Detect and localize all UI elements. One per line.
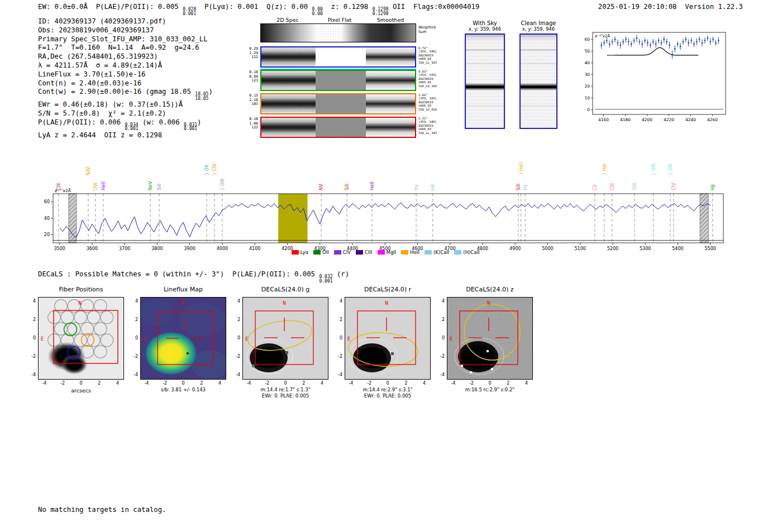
dark-speck bbox=[187, 352, 189, 354]
report-datetime: 2025-01-19 20:10:08 bbox=[598, 3, 677, 11]
decals-z-box: NE bbox=[447, 297, 533, 380]
svg-text:HeII: HeII bbox=[370, 181, 375, 190]
galaxy-core bbox=[357, 347, 387, 368]
x-tick-label: -4 bbox=[447, 381, 459, 386]
svg-text:Hγ: Hγ bbox=[523, 184, 528, 190]
y-tick-label: 0 bbox=[433, 336, 445, 341]
y-tick-label: -2 bbox=[229, 354, 240, 359]
weighted-sum-strip bbox=[260, 23, 416, 42]
lineflux-blob bbox=[144, 331, 198, 376]
row-annotation: 0.83"(359, 938)20230819v006_01310_LU_102 bbox=[418, 70, 437, 88]
y-tick-label: 4 bbox=[433, 299, 445, 304]
galaxy-blob bbox=[61, 354, 88, 375]
x-tick-label: 4 bbox=[112, 381, 123, 386]
info-line: LineFlux = 3.70(±1.50)e-16 bbox=[38, 70, 213, 79]
x-tick-label: 2 bbox=[503, 381, 514, 386]
legend-swatch bbox=[356, 250, 363, 255]
stacked-uncertainty: 0.0310.001 bbox=[184, 123, 197, 131]
svg-text:} OIII: } OIII bbox=[220, 179, 225, 190]
spec2d-panel: 2D Spec Pixel Flat Smoothed Weighted Sum… bbox=[246, 17, 480, 146]
panel-title: DECaLS(24.0) z bbox=[447, 286, 533, 293]
x-tick-label: 2 bbox=[298, 381, 309, 386]
panel-caption: EWr: 0. PLAE: 0.005 bbox=[237, 393, 334, 399]
x-tick-label: -4 bbox=[345, 381, 356, 386]
spec2d-row: 0.152.181031.02"(359, 105)20230819v006_0… bbox=[246, 93, 480, 114]
svg-text:20: 20 bbox=[584, 84, 590, 89]
row-weights: 0.152.18103 bbox=[246, 94, 258, 107]
stacked-uncertainty: 0.000.00 bbox=[312, 7, 323, 16]
x-tick-label: 2 bbox=[400, 381, 412, 386]
info-line: Cont(n) = 2.40(±0.03)e-16 bbox=[38, 79, 213, 88]
stacked-uncertainty: 0.0280.001 bbox=[183, 7, 196, 16]
y-tick-label: 4 bbox=[127, 299, 138, 304]
svg-text:60: 60 bbox=[584, 37, 590, 42]
legend-swatch bbox=[425, 250, 432, 255]
svg-text:Hδ: Hδ bbox=[431, 184, 436, 190]
x-tick-label: 4 bbox=[419, 381, 430, 386]
info-line: RA,Dec (267.548401,65.319923) bbox=[38, 52, 213, 61]
decals-g-box: NE bbox=[242, 297, 328, 380]
y-tick-label: -4 bbox=[127, 372, 138, 377]
row-annotation: 0.72"(359, 946)20230819v006_02310_LL_103 bbox=[418, 46, 437, 64]
legend-item: (K)CaII bbox=[425, 250, 449, 255]
lineflux-map-box: NE bbox=[140, 297, 226, 380]
info-line: Cont(w) = 2.90(±0.00)e-16 (gmag 18.05 18… bbox=[38, 88, 213, 100]
info-line: ID: 4029369137 (4029369137.pdf) bbox=[38, 17, 213, 26]
spec2d-row: 0.101.661221.51"(359, 946)20230819v006_0… bbox=[246, 117, 480, 138]
y-tick-label: 2 bbox=[229, 317, 240, 322]
svg-text:40: 40 bbox=[44, 216, 50, 221]
x-tick-label: 0 bbox=[75, 381, 87, 386]
svg-text:} OII: } OII bbox=[204, 165, 209, 175]
fiber-2d-strip bbox=[260, 117, 416, 138]
x-tick-label: -4 bbox=[243, 381, 254, 386]
svg-text:10: 10 bbox=[584, 95, 590, 100]
svg-text:e⁻¹⁷x2Å: e⁻¹⁷x2Å bbox=[55, 188, 71, 193]
decals-z-image: NE bbox=[447, 298, 532, 379]
compass-north: N bbox=[487, 301, 490, 306]
panel-caption: EWr: 0. PLAE: 0.005 bbox=[339, 393, 436, 399]
legend-swatch bbox=[454, 250, 461, 255]
pixel-artifact bbox=[285, 351, 288, 354]
legend-item: Lyα bbox=[292, 250, 309, 255]
y-tick-label: 0 bbox=[331, 336, 342, 341]
panel-caption: m:14.4 re:1.7" s:1.3" bbox=[237, 387, 334, 392]
x-tick-label: 2 bbox=[196, 381, 207, 386]
clean-image-panel: Clean Image x, y: 359, 946 bbox=[518, 20, 559, 129]
svg-text:50: 50 bbox=[584, 49, 590, 54]
panel-caption: m:16.5 rc:2.9" s:0.2" bbox=[441, 387, 538, 392]
svg-text:e⁻¹⁷x2Å: e⁻¹⁷x2Å bbox=[595, 33, 610, 39]
y-tick-label: 2 bbox=[433, 317, 445, 322]
svg-text:4260: 4260 bbox=[707, 117, 718, 122]
with-sky-xy: x, y: 359, 946 bbox=[464, 26, 506, 32]
col-title-smoothed: Smoothed bbox=[377, 17, 404, 23]
fiber-positions-panel: Fiber Positions NE -4-2024420-2-4arcsecs bbox=[25, 284, 131, 403]
axis-label: arcsecs bbox=[32, 387, 130, 394]
panel-title: DECaLS(24.0) g bbox=[242, 286, 328, 293]
detection-info-block: ID: 4029369137 (4029369137.pdf)Obs: 2023… bbox=[38, 17, 213, 140]
svg-text:OIII: OIII bbox=[632, 183, 637, 190]
panel-title: DECaLS(24.0) r bbox=[345, 286, 431, 293]
compass-north: N bbox=[180, 301, 184, 306]
amp-divider-line bbox=[260, 69, 416, 70]
fiber-2d-strip bbox=[260, 93, 416, 114]
svg-text:SiIV: SiIV bbox=[86, 166, 91, 175]
svg-text:4200: 4200 bbox=[642, 117, 652, 122]
compass-north: N bbox=[385, 301, 388, 306]
y-tick-label: 2 bbox=[25, 317, 36, 322]
stacked-uncertainty: 0.0320.001 bbox=[319, 275, 332, 283]
catalog-note-line: No matching targets in catalog. bbox=[38, 506, 166, 515]
compass-north: N bbox=[283, 301, 286, 306]
info-line: EWr = 0.46(±0.18) (w: 0.37(±0.15))Å bbox=[38, 100, 213, 109]
info-line: Obs: 20230819v006_4029369137 bbox=[38, 26, 213, 35]
svg-text:SiII: SiII bbox=[345, 184, 350, 190]
svg-text:} OIII: } OIII bbox=[651, 164, 656, 175]
legend-item: MgII bbox=[378, 250, 397, 255]
stacked-uncertainty: 0.12980.1298 bbox=[373, 7, 389, 16]
header-timestamp: 2025-01-19 20:10:08 Version 1.22.3 bbox=[598, 3, 743, 11]
svg-text:SiII: SiII bbox=[157, 184, 162, 190]
legend-item: OII bbox=[313, 250, 329, 255]
catalog-note: No matching targets in catalog. Row inte… bbox=[38, 488, 166, 532]
x-tick-label: 0 bbox=[280, 381, 291, 386]
x-tick-label: 4 bbox=[214, 381, 226, 386]
compass-east: E bbox=[450, 337, 452, 342]
